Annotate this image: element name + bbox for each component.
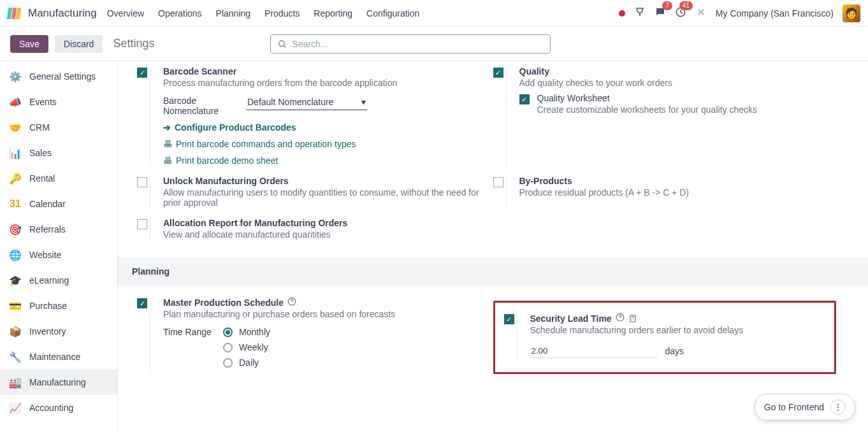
- search-input[interactable]: [292, 39, 544, 49]
- brand[interactable]: Manufacturing: [8, 7, 97, 20]
- topbar-right: 7 41 My Company (San Francisco) 🧑: [619, 4, 860, 22]
- unlock-orders-checkbox[interactable]: [137, 177, 147, 187]
- nav-reporting[interactable]: Reporting: [314, 8, 352, 18]
- sidebar-item-crm[interactable]: 🤝CRM: [0, 115, 117, 140]
- sidebar[interactable]: ⚙️General Settings 📣Events 🤝CRM 📊Sales 🔑…: [0, 61, 118, 432]
- time-range-monthly-radio[interactable]: [223, 328, 233, 337]
- tools-icon[interactable]: [695, 6, 707, 20]
- chevron-down-icon: ▾: [361, 97, 366, 107]
- by-products-desc: Produce residual products (A + B -> C + …: [519, 187, 837, 198]
- gear-icon: ⚙️: [9, 70, 22, 83]
- company-selector[interactable]: My Company (San Francisco): [716, 8, 834, 18]
- print-barcode-demo-link[interactable]: 🖶 Print barcode demo sheet: [163, 155, 481, 166]
- nav-overview[interactable]: Overview: [107, 8, 144, 18]
- page-title: Settings: [113, 37, 154, 50]
- unlock-orders-title: Unlock Manufacturing Orders: [163, 176, 481, 186]
- accounting-icon: 📈: [9, 401, 22, 414]
- content[interactable]: Barcode Scanner Process manufacturing or…: [118, 61, 868, 432]
- by-products-title: By-Products: [519, 176, 837, 186]
- sidebar-item-general-settings[interactable]: ⚙️General Settings: [0, 64, 117, 89]
- discard-button[interactable]: Discard: [55, 35, 103, 53]
- sidebar-item-maintenance[interactable]: 🔧Maintenance: [0, 344, 117, 370]
- crm-icon: 🤝: [9, 121, 22, 134]
- nav-operations[interactable]: Operations: [158, 8, 201, 18]
- avatar[interactable]: 🧑: [843, 4, 860, 22]
- security-lead-time-title: Security Lead Time: [530, 313, 612, 324]
- quality-worksheet-checkbox[interactable]: [519, 94, 530, 104]
- sales-icon: 📊: [9, 147, 22, 159]
- mps-desc: Plan manufacturing or purchase orders ba…: [163, 309, 481, 319]
- barcode-scanner-title: Barcode Scanner: [163, 66, 481, 76]
- elearning-icon: 🎓: [9, 274, 22, 287]
- more-options-icon[interactable]: ⋮: [830, 400, 846, 415]
- quality-worksheet-title: Quality Worksheet: [537, 93, 757, 103]
- save-button[interactable]: Save: [10, 35, 48, 53]
- inventory-icon: 📦: [9, 325, 22, 338]
- search-icon: [277, 39, 287, 49]
- sidebar-item-accounting[interactable]: 📈Accounting: [0, 395, 117, 421]
- control-bar: Save Discard Settings: [0, 27, 868, 61]
- time-range-daily-radio[interactable]: [223, 358, 233, 368]
- barcode-scanner-desc: Process manufacturing orders from the ba…: [163, 78, 481, 88]
- security-lead-time-input[interactable]: [530, 344, 658, 358]
- sidebar-item-purchase[interactable]: 💳Purchase: [0, 293, 117, 319]
- referrals-icon: 🎯: [9, 223, 22, 236]
- mps-checkbox[interactable]: [137, 298, 147, 308]
- messages-badge: 7: [662, 1, 672, 10]
- activities-icon[interactable]: 41: [675, 6, 686, 20]
- sidebar-item-events[interactable]: 📣Events: [0, 89, 117, 115]
- sidebar-item-website[interactable]: 🌐Website: [0, 242, 117, 268]
- security-lead-time-desc: Schedule manufacturing orders earlier to…: [530, 325, 823, 335]
- events-icon: 📣: [9, 96, 22, 108]
- security-lead-time-checkbox[interactable]: [504, 314, 514, 324]
- help-icon[interactable]: [287, 297, 296, 308]
- main-nav: Overview Operations Planning Products Re…: [107, 8, 420, 18]
- go-to-frontend-button[interactable]: Go to Frontend ⋮: [755, 394, 855, 421]
- barcode-nomenclature-label: Barcode Nomenclature: [163, 96, 227, 116]
- maintenance-icon: 🔧: [9, 350, 22, 363]
- barcode-scanner-checkbox[interactable]: [137, 68, 147, 78]
- days-label: days: [665, 346, 684, 356]
- by-products-checkbox[interactable]: [493, 177, 503, 187]
- svg-point-1: [279, 40, 285, 46]
- status-dot-icon: [619, 10, 625, 17]
- mps-title: Master Production Schedule: [163, 298, 284, 308]
- calculator-icon[interactable]: [628, 314, 637, 323]
- sidebar-item-manufacturing[interactable]: 🏭Manufacturing: [0, 370, 117, 395]
- sidebar-item-elearning[interactable]: 🎓eLearning: [0, 268, 117, 293]
- time-range-weekly-radio[interactable]: [223, 343, 233, 352]
- allocation-report-checkbox[interactable]: [137, 219, 147, 229]
- nav-configuration[interactable]: Configuration: [366, 8, 419, 18]
- planning-section-header: Planning: [118, 257, 868, 285]
- quality-desc: Add quality checks to your work orders: [519, 78, 837, 88]
- messages-icon[interactable]: 7: [655, 6, 666, 20]
- sidebar-item-referrals[interactable]: 🎯Referrals: [0, 217, 117, 242]
- print-icon: 🖶: [163, 155, 172, 166]
- brand-name: Manufacturing: [28, 7, 97, 20]
- barcode-nomenclature-select[interactable]: Default Nomenclature ▾: [246, 96, 367, 110]
- quality-title: Quality: [519, 66, 837, 76]
- help-icon[interactable]: [616, 313, 625, 324]
- search-box[interactable]: [270, 34, 551, 54]
- topbar: Manufacturing Overview Operations Planni…: [0, 0, 868, 27]
- time-range-label: Time Range: [163, 327, 214, 373]
- nav-products[interactable]: Products: [264, 8, 300, 18]
- quality-checkbox[interactable]: [493, 68, 503, 78]
- sidebar-item-calendar[interactable]: 31Calendar: [0, 191, 117, 217]
- purchase-icon: 💳: [9, 299, 22, 312]
- activities-badge: 41: [679, 1, 693, 10]
- sidebar-item-inventory[interactable]: 📦Inventory: [0, 319, 117, 344]
- sidebar-item-sales[interactable]: 📊Sales: [0, 140, 117, 166]
- phone-icon[interactable]: [634, 6, 646, 20]
- allocation-report-desc: View and allocate manufactured quantitie…: [163, 229, 481, 240]
- rental-icon: 🔑: [9, 172, 22, 185]
- quality-worksheet-desc: Create customizable worksheets for your …: [537, 104, 757, 115]
- website-icon: 🌐: [9, 248, 22, 261]
- nav-planning[interactable]: Planning: [216, 8, 251, 18]
- allocation-report-title: Allocation Report for Manufacturing Orde…: [163, 218, 481, 228]
- manufacturing-side-icon: 🏭: [9, 376, 22, 389]
- configure-product-barcodes-link[interactable]: ➔ Configure Product Barcodes: [163, 122, 481, 133]
- print-barcode-commands-link[interactable]: 🖶 Print barcode commands and operation t…: [163, 139, 481, 149]
- print-icon: 🖶: [163, 139, 172, 149]
- sidebar-item-rental[interactable]: 🔑Rental: [0, 166, 117, 191]
